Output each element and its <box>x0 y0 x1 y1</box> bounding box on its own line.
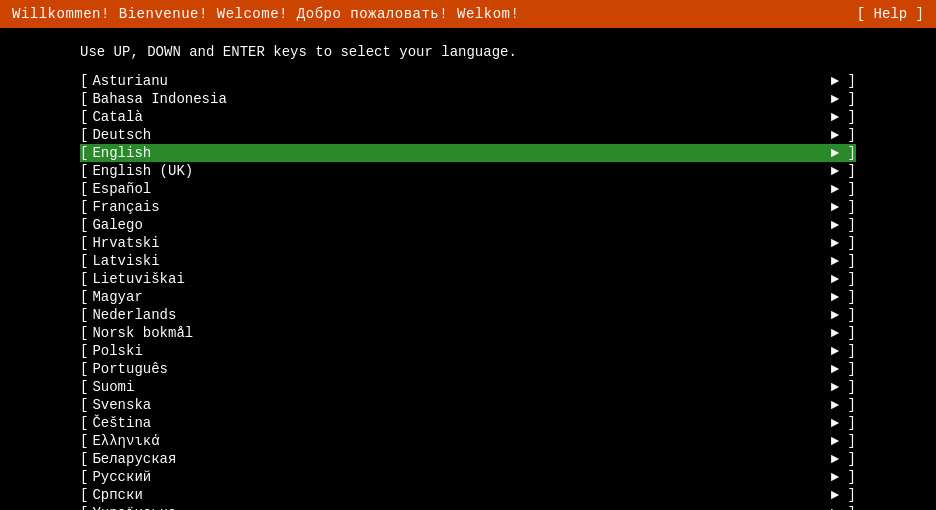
bracket-open: [ <box>80 361 88 377</box>
bracket-open: [ <box>80 505 88 510</box>
bracket-open: [ <box>80 343 88 359</box>
language-name: Nederlands <box>92 307 292 323</box>
help-button[interactable]: [ Help ] <box>857 6 924 22</box>
instruction-text: Use UP, DOWN and ENTER keys to select yo… <box>0 28 936 72</box>
bracket-open: [ <box>80 253 88 269</box>
language-name: Norsk bokmål <box>92 325 292 341</box>
header-title: Willkommen! Bienvenue! Welcome! Добро по… <box>12 6 519 22</box>
arrow-indicator: ► ] <box>831 505 856 510</box>
language-item[interactable]: [ Polski► ] <box>80 342 856 360</box>
arrow-indicator: ► ] <box>831 397 856 413</box>
language-name: Svenska <box>92 397 292 413</box>
language-name: Čeština <box>92 415 292 431</box>
language-item[interactable]: [ Norsk bokmål► ] <box>80 324 856 342</box>
language-list: [ Asturianu► ][ Bahasa Indonesia► ][ Cat… <box>0 72 936 510</box>
bracket-open: [ <box>80 127 88 143</box>
language-item[interactable]: [ Galego► ] <box>80 216 856 234</box>
bracket-open: [ <box>80 289 88 305</box>
language-name: Ελληνικά <box>92 433 292 449</box>
arrow-indicator: ► ] <box>831 181 856 197</box>
language-name: Deutsch <box>92 127 292 143</box>
arrow-indicator: ► ] <box>831 433 856 449</box>
language-name: Català <box>92 109 292 125</box>
language-name: Asturianu <box>92 73 292 89</box>
header-bar: Willkommen! Bienvenue! Welcome! Добро по… <box>0 0 936 28</box>
language-item[interactable]: [ Čeština► ] <box>80 414 856 432</box>
language-name: Suomi <box>92 379 292 395</box>
bracket-open: [ <box>80 469 88 485</box>
bracket-open: [ <box>80 487 88 503</box>
language-item[interactable]: [ Ελληνικά► ] <box>80 432 856 450</box>
language-item[interactable]: [ Français► ] <box>80 198 856 216</box>
language-item[interactable]: [ Српски► ] <box>80 486 856 504</box>
language-item[interactable]: [ Svenska► ] <box>80 396 856 414</box>
arrow-indicator: ► ] <box>831 127 856 143</box>
bracket-open: [ <box>80 217 88 233</box>
language-name: Српски <box>92 487 292 503</box>
language-item[interactable]: [ English► ] <box>80 144 856 162</box>
bracket-open: [ <box>80 109 88 125</box>
arrow-indicator: ► ] <box>831 415 856 431</box>
bracket-open: [ <box>80 433 88 449</box>
language-item[interactable]: [ Latviski► ] <box>80 252 856 270</box>
bracket-open: [ <box>80 163 88 179</box>
arrow-indicator: ► ] <box>831 487 856 503</box>
bracket-open: [ <box>80 415 88 431</box>
arrow-indicator: ► ] <box>831 253 856 269</box>
arrow-indicator: ► ] <box>831 307 856 323</box>
language-name: Українська <box>92 505 292 510</box>
arrow-indicator: ► ] <box>831 469 856 485</box>
language-item[interactable]: [ Magyar► ] <box>80 288 856 306</box>
language-name: English <box>92 145 292 161</box>
language-item[interactable]: [ Lietuviškai► ] <box>80 270 856 288</box>
language-name: Magyar <box>92 289 292 305</box>
language-name: Bahasa Indonesia <box>92 91 292 107</box>
bracket-open: [ <box>80 451 88 467</box>
language-item[interactable]: [ Bahasa Indonesia► ] <box>80 90 856 108</box>
bracket-open: [ <box>80 307 88 323</box>
bracket-open: [ <box>80 181 88 197</box>
bracket-open: [ <box>80 397 88 413</box>
language-item[interactable]: [ Русский► ] <box>80 468 856 486</box>
language-item[interactable]: [ Hrvatski► ] <box>80 234 856 252</box>
arrow-indicator: ► ] <box>831 343 856 359</box>
language-item[interactable]: [ Deutsch► ] <box>80 126 856 144</box>
language-name: Français <box>92 199 292 215</box>
arrow-indicator: ► ] <box>831 289 856 305</box>
arrow-indicator: ► ] <box>831 271 856 287</box>
language-item[interactable]: [ Suomi► ] <box>80 378 856 396</box>
language-item[interactable]: [ Català► ] <box>80 108 856 126</box>
bracket-open: [ <box>80 235 88 251</box>
arrow-indicator: ► ] <box>831 361 856 377</box>
language-name: Lietuviškai <box>92 271 292 287</box>
language-name: Русский <box>92 469 292 485</box>
arrow-indicator: ► ] <box>831 109 856 125</box>
bracket-open: [ <box>80 145 88 161</box>
language-item[interactable]: [ Беларуская► ] <box>80 450 856 468</box>
language-item[interactable]: [ Português► ] <box>80 360 856 378</box>
bracket-open: [ <box>80 91 88 107</box>
arrow-indicator: ► ] <box>831 217 856 233</box>
bracket-open: [ <box>80 73 88 89</box>
language-item[interactable]: [ English (UK)► ] <box>80 162 856 180</box>
arrow-indicator: ► ] <box>831 451 856 467</box>
bracket-open: [ <box>80 199 88 215</box>
language-name: Galego <box>92 217 292 233</box>
language-name: Беларуская <box>92 451 292 467</box>
language-name: English (UK) <box>92 163 292 179</box>
arrow-indicator: ► ] <box>831 163 856 179</box>
language-name: Polski <box>92 343 292 359</box>
bracket-open: [ <box>80 271 88 287</box>
arrow-indicator: ► ] <box>831 91 856 107</box>
language-name: Português <box>92 361 292 377</box>
language-name: Hrvatski <box>92 235 292 251</box>
language-item[interactable]: [ Українська► ] <box>80 504 856 510</box>
language-name: Latviski <box>92 253 292 269</box>
language-name: Español <box>92 181 292 197</box>
arrow-indicator: ► ] <box>831 73 856 89</box>
language-item[interactable]: [ Español► ] <box>80 180 856 198</box>
language-item[interactable]: [ Asturianu► ] <box>80 72 856 90</box>
arrow-indicator: ► ] <box>831 325 856 341</box>
language-item[interactable]: [ Nederlands► ] <box>80 306 856 324</box>
arrow-indicator: ► ] <box>831 199 856 215</box>
